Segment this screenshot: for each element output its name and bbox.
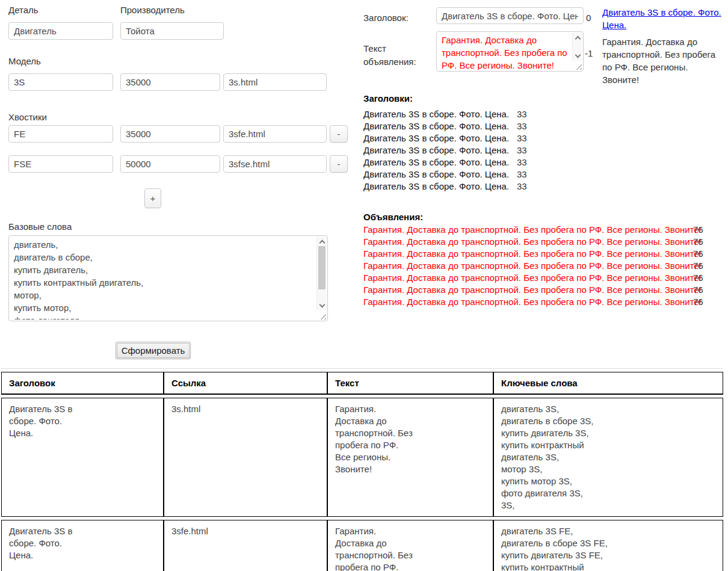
scroll-up-button[interactable]: [317, 237, 327, 245]
ad-count: 76: [693, 236, 703, 248]
manufacturer-label: Производитель: [120, 5, 185, 15]
ad-text-value: Гарантия. Доставка до транспортной. Без …: [442, 34, 570, 70]
titles-list: Двигатель 3S в сборе. Фото. Цена.33 Двиг…: [363, 108, 700, 193]
cell-keywords: двигатель 3S, двигатель в сборе 3S, купи…: [493, 398, 723, 517]
base-words-textarea[interactable]: двигатель, двигатель в сборе, купить дви…: [8, 235, 328, 321]
title-count: 33: [517, 144, 527, 156]
ad-list-item: Гарантия. Доставка до транспортной. Без …: [363, 224, 724, 236]
title-count: 33: [517, 132, 527, 144]
remove-tail-button[interactable]: -: [330, 155, 348, 173]
ad-count: 76: [693, 272, 703, 284]
table-row: Двигатель 3S в сборе. Фото. Цена. 3s.htm…: [1, 398, 723, 517]
ad-text-label: Текст объявления:: [363, 42, 431, 69]
title-list-item: Двигатель 3S в сборе. Фото. Цена.33: [363, 144, 700, 156]
ad-preview: Двигатель 3S в сборе. Фото. Цена. Гарант…: [602, 6, 726, 86]
chevron-down-icon: [319, 302, 325, 308]
model-link-input[interactable]: [223, 73, 327, 91]
resize-grip-icon[interactable]: [574, 62, 582, 70]
tail-link-input[interactable]: [223, 155, 327, 173]
detail-input[interactable]: [8, 22, 113, 40]
column-header-text: Текст: [327, 372, 493, 395]
title-text: Двигатель 3S в сборе. Фото. Цена.: [363, 109, 509, 119]
scrollbar[interactable]: [316, 236, 327, 310]
ad-count: 76: [693, 296, 703, 308]
scrollbar[interactable]: [572, 32, 582, 61]
ad-preview-text: Гарантия. Доставка до транспортной. Без …: [602, 35, 726, 86]
tail-name-input[interactable]: [8, 155, 113, 173]
model-price-input[interactable]: [120, 73, 220, 91]
ad-count: 76: [693, 224, 703, 236]
results-table-container: Заголовок Ссылка Текст Ключевые слова Дв…: [1, 368, 723, 571]
ad-text: Гарантия. Доставка до транспортной. Без …: [363, 297, 702, 307]
model-label: Модель: [8, 56, 41, 66]
column-header-title: Заголовок: [1, 372, 164, 395]
title-list-item: Двигатель 3S в сборе. Фото. Цена.33: [363, 132, 700, 144]
title-list-item: Двигатель 3S в сборе. Фото. Цена.33: [363, 168, 700, 181]
remove-tail-button[interactable]: -: [330, 125, 348, 143]
ads-list: Гарантия. Доставка до транспортной. Без …: [363, 224, 724, 308]
tail-name-input[interactable]: [8, 125, 113, 143]
cell-title: Двигатель 3S в сборе. Фото. Цена.: [1, 398, 164, 517]
ad-generator-page: Деталь Производитель Модель Хвостики - -…: [0, 0, 728, 571]
ad-text: Гарантия. Доставка до транспортной. Без …: [363, 261, 702, 271]
title-text: Двигатель 3S в сборе. Фото. Цена.: [363, 169, 509, 179]
column-header-keywords: Ключевые слова: [493, 372, 723, 395]
tail-price-input[interactable]: [120, 125, 220, 143]
ad-count: 76: [693, 284, 703, 296]
title-list-item: Двигатель 3S в сборе. Фото. Цена.33: [363, 181, 700, 193]
table-header-row: Заголовок Ссылка Текст Ключевые слова: [1, 372, 723, 395]
add-tail-button[interactable]: +: [144, 188, 161, 208]
title-count: 33: [517, 120, 527, 132]
cell-text: Гарантия. Доставка до транспортной. Без …: [327, 520, 493, 571]
model-name-input[interactable]: [8, 73, 113, 91]
cell-link: 3sfe.html: [164, 520, 327, 571]
cell-title: Двигатель 3S в сборе. Фото. Цена.: [1, 520, 164, 571]
title-list-item: Двигатель 3S в сборе. Фото. Цена.33: [363, 156, 700, 168]
chevron-up-icon: [319, 239, 325, 245]
column-header-link: Ссылка: [164, 372, 327, 395]
cell-text: Гарантия. Доставка до транспортной. Без …: [327, 398, 493, 517]
title-list-item: Двигатель 3S в сборе. Фото. Цена.33: [363, 120, 700, 132]
ads-heading: Объявления:: [363, 212, 423, 222]
ad-text: Гарантия. Доставка до транспортной. Без …: [363, 248, 702, 259]
title-count: 33: [517, 168, 527, 181]
title-text: Двигатель 3S в сборе. Фото. Цена.: [363, 121, 509, 131]
cell-link: 3s.html: [164, 398, 327, 517]
manufacturer-input[interactable]: [120, 22, 224, 40]
title-list-item: Двигатель 3S в сборе. Фото. Цена.33: [363, 108, 700, 120]
ad-list-item: Гарантия. Доставка до транспортной. Без …: [363, 260, 724, 272]
ad-list-item: Гарантия. Доставка до транспортной. Без …: [363, 272, 724, 284]
title-text: Двигатель 3S в сборе. Фото. Цена.: [363, 133, 509, 143]
chevron-up-icon: [575, 35, 581, 42]
ad-text: Гарантия. Доставка до транспортной. Без …: [363, 273, 702, 283]
text-counter: -1: [585, 48, 593, 58]
tail-price-input[interactable]: [120, 155, 220, 173]
scroll-up-button[interactable]: [573, 33, 582, 42]
title-text: Двигатель 3S в сборе. Фото. Цена.: [363, 157, 509, 167]
title-count: 33: [517, 181, 527, 193]
generate-button[interactable]: Сформировать: [116, 342, 191, 359]
ad-count: 76: [693, 248, 703, 260]
ad-title-input[interactable]: [436, 7, 584, 24]
table-row: Двигатель 3S в сборе. Фото. Цена. 3sfe.h…: [1, 520, 723, 571]
title-text: Двигатель 3S в сборе. Фото. Цена.: [363, 145, 509, 155]
resize-grip-icon[interactable]: [318, 312, 326, 319]
base-words-label: Базовые слова: [8, 221, 72, 232]
title-count: 33: [517, 156, 527, 168]
base-words-value: двигатель, двигатель в сборе, купить дви…: [14, 238, 314, 319]
ad-text: Гарантия. Доставка до транспортной. Без …: [363, 236, 702, 247]
cell-keywords: двигатель 3S FE, двигатель в сборе 3S FE…: [493, 520, 723, 571]
scrollbar-thumb[interactable]: [318, 246, 325, 289]
scroll-down-button[interactable]: [573, 52, 582, 60]
results-table: Заголовок Ссылка Текст Ключевые слова Дв…: [1, 369, 723, 571]
tail-link-input[interactable]: [223, 125, 327, 143]
chevron-down-icon: [575, 52, 581, 58]
detail-label: Деталь: [8, 5, 39, 15]
ad-text-textarea[interactable]: Гарантия. Доставка до транспортной. Без …: [436, 31, 584, 72]
ad-preview-title-link[interactable]: Двигатель 3S в сборе. Фото. Цена.: [602, 7, 721, 30]
ad-list-item: Гарантия. Доставка до транспортной. Без …: [363, 236, 724, 248]
title-counter: 0: [586, 13, 591, 23]
title-count: 33: [517, 108, 527, 120]
scroll-down-button[interactable]: [317, 301, 327, 310]
ad-title-label: Заголовок:: [363, 13, 409, 23]
